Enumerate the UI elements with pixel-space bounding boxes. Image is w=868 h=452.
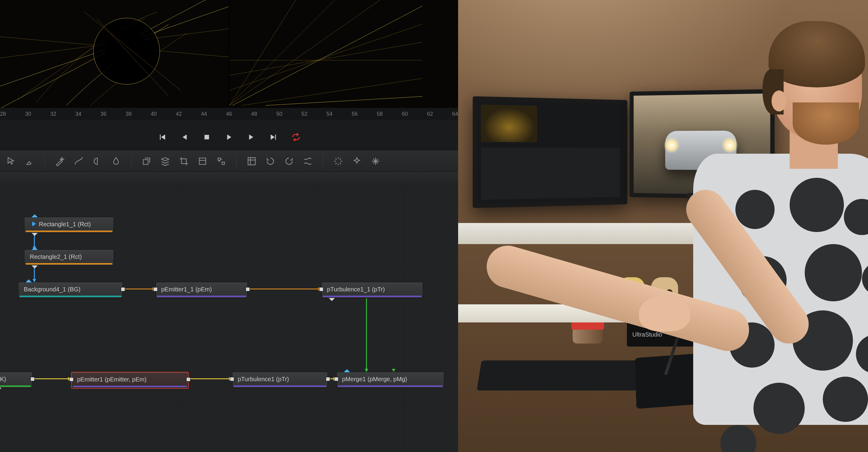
- pointer-tool[interactable]: [6, 156, 16, 166]
- spark-c-tool[interactable]: [371, 156, 380, 166]
- node-label: pMerge1 (pMerge, pMg): [342, 376, 407, 383]
- ruler-tick: 64: [452, 111, 458, 117]
- ruler-tick: 32: [50, 111, 56, 117]
- spark-a-tool[interactable]: [333, 156, 343, 166]
- droplet-tool[interactable]: [111, 156, 121, 166]
- node-ptu1[interactable]: pTurbulence1_1 (pTr): [321, 282, 423, 298]
- svg-line-2: [0, 36, 229, 60]
- tool-shelf: [0, 151, 458, 172]
- node-rect1[interactable]: Rectangle1_1 (Rct): [24, 217, 114, 233]
- svg-line-3: [0, 0, 211, 108]
- crop-a-tool[interactable]: [179, 156, 189, 166]
- spark-b-tool[interactable]: [352, 156, 362, 166]
- node-label: Background4_1 (BG): [24, 286, 81, 293]
- ruler-tick: 36: [100, 111, 106, 117]
- node-dk[interactable]: (DK): [0, 372, 33, 388]
- svg-line-7: [84, 12, 181, 90]
- rotate-cw-tool[interactable]: [284, 156, 294, 166]
- crop-b-tool[interactable]: [198, 156, 207, 166]
- node-pem1[interactable]: pEmitter1_1 (pEm): [156, 282, 248, 298]
- timeline-ruler[interactable]: 28303234363840424446485052545658606264: [0, 108, 458, 120]
- ruler-tick: 40: [151, 111, 157, 117]
- ruler-tick: 46: [226, 111, 232, 117]
- svg-point-4: [93, 18, 160, 85]
- svg-point-5: [105, 30, 148, 72]
- ruler-tick: 30: [25, 111, 31, 117]
- ruler-tick: 54: [327, 111, 333, 117]
- ruler-tick: 28: [0, 111, 6, 117]
- warp-tool[interactable]: [303, 156, 313, 166]
- node-bg4[interactable]: Background4_1 (BG): [18, 282, 123, 298]
- artist: [651, 12, 868, 452]
- context-photo: UltraStudio: [458, 0, 868, 452]
- node-label: (DK): [0, 376, 6, 383]
- ruler-tick: 50: [276, 111, 282, 117]
- node-label: pEmitter1 (pEmitter, pEm): [77, 376, 147, 383]
- ruler-tick: 34: [75, 111, 82, 117]
- svg-line-1: [0, 24, 229, 60]
- ruler-tick: 52: [301, 111, 307, 117]
- play-button[interactable]: [224, 133, 234, 141]
- ruler-tick: 48: [251, 111, 257, 117]
- step-back-button[interactable]: [180, 133, 189, 141]
- rotate-ccw-tool[interactable]: [266, 156, 275, 166]
- ruler-tick: 60: [402, 111, 408, 117]
- frame-tool[interactable]: [247, 156, 256, 166]
- layer-stack-tool[interactable]: [160, 156, 170, 166]
- svg-line-6: [96, 18, 169, 96]
- ruler-tick: 44: [201, 111, 207, 117]
- node-label: pEmitter1_1 (pEm): [161, 286, 212, 293]
- node-rect2[interactable]: Rectangle2_1 (Rct): [24, 250, 114, 266]
- left-monitor-screen: [477, 101, 624, 203]
- node-pmrg[interactable]: pMerge1 (pMerge, pMg): [336, 372, 444, 388]
- curve-tool[interactable]: [74, 156, 84, 166]
- ruler-tick: 38: [126, 111, 132, 117]
- viewer-strip: [0, 0, 458, 108]
- svg-line-0: [0, 0, 229, 90]
- stop-button[interactable]: [202, 133, 211, 141]
- sun-contrast-tool[interactable]: [93, 156, 102, 166]
- transform-tool[interactable]: [216, 156, 226, 166]
- node-ptu0[interactable]: pTurbulence1 (pTr): [232, 372, 328, 388]
- step-fwd-button[interactable]: [247, 133, 256, 141]
- ruler-tick: 62: [427, 111, 433, 117]
- node-graph[interactable]: Rectangle1_1 (Rct)Rectangle2_1 (Rct)Back…: [0, 188, 458, 452]
- layer-copy-tool[interactable]: [142, 156, 151, 166]
- node-label: pTurbulence1 (pTr): [238, 376, 289, 383]
- node-label: Rectangle1_1 (Rct): [39, 221, 91, 228]
- loop-button[interactable]: [291, 133, 301, 141]
- ruler-tick: 58: [377, 111, 383, 117]
- transport-controls: [0, 127, 458, 148]
- node-pem0[interactable]: pEmitter1 (pEmitter, pEm): [71, 372, 189, 389]
- svg-rect-8: [205, 135, 209, 139]
- compositor-ui: 28303234363840424446485052545658606264 R…: [0, 0, 458, 452]
- ruler-tick: 42: [176, 111, 182, 117]
- skip-end-button[interactable]: [269, 133, 278, 141]
- node-label: pTurbulence1_1 (pTr): [327, 286, 385, 293]
- ruler-tick: 56: [352, 111, 358, 117]
- node-label: Rectangle2_1 (Rct): [30, 253, 82, 260]
- sub-shelf: [0, 172, 458, 188]
- left-monitor: [472, 96, 627, 208]
- skip-start-button[interactable]: [158, 133, 167, 141]
- brush-tool[interactable]: [25, 156, 34, 166]
- magic-wand-tool[interactable]: [55, 156, 65, 166]
- viewer-a[interactable]: [0, 0, 229, 108]
- viewer-b[interactable]: [229, 0, 458, 108]
